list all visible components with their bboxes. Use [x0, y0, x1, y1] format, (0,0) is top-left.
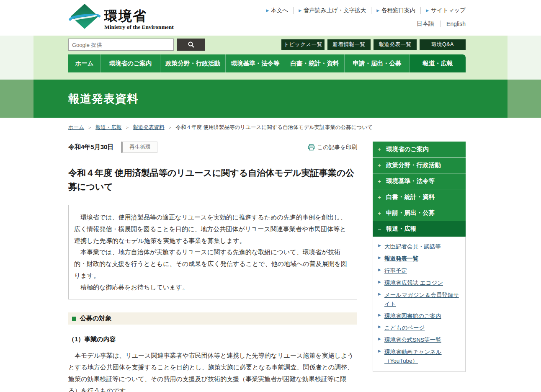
sidebar-item-policy-activities[interactable]: + 政策分野・行政活動 [373, 157, 466, 173]
search-button[interactable] [177, 39, 205, 51]
quick-link-whats-new[interactable]: 新着情報一覧 [327, 39, 371, 50]
intro-paragraph: 積極的な御応募をお待ちしています。 [74, 281, 351, 293]
sidebar: + 環境省のご案内 + 政策分野・行政活動 + 環境基準・法令等 + 白書・統計… [373, 142, 466, 372]
nav-item-about-ministry[interactable]: 環境省のご案内 [100, 54, 160, 72]
lang-en-link[interactable]: English [446, 21, 466, 27]
section-heading-bar: 公募の対象 [68, 312, 357, 325]
search-icon [188, 41, 195, 48]
sidebar-sublink-official-sns[interactable]: ▶環境省公式SNS等一覧 [377, 336, 461, 345]
triangle-icon: ▶ [378, 244, 381, 248]
body-paragraph: 本モデル事業は、リユース関連事業者や市民団体等と連携した先導的なリユース施策を実… [68, 350, 357, 392]
intro-box: 環境省では、使用済製品等の適正なリユースを実効的に推進するための先進的事例を創出… [68, 205, 357, 299]
text-to-speech-link[interactable]: ▶音声読み上げ・文字拡大 [299, 7, 366, 14]
article-date: 令和4年5月30日 [68, 143, 113, 151]
nav-item-press-pr[interactable]: 報道・広報 [410, 54, 466, 72]
triangle-icon: ▶ [378, 349, 381, 353]
page-banner-title: 報道発表資料 [68, 91, 466, 106]
divider [420, 7, 421, 14]
quick-link-press-releases[interactable]: 報道発表一覧 [374, 39, 417, 50]
skip-to-content-link[interactable]: ▶本文へ [266, 7, 288, 14]
quick-link-env-qa[interactable]: 環境Q&A [420, 39, 466, 50]
nav-item-home[interactable]: ホーム [68, 54, 100, 72]
category-tag[interactable]: 再生循環 [121, 142, 157, 153]
utility-links: ▶本文へ ▶音声読み上げ・文字拡大 ▶各種窓口案内 ▶サイトマップ [266, 7, 466, 14]
sidebar-sublink-library[interactable]: ▶環境省図書館のご案内 [377, 312, 461, 321]
triangle-icon: ▶ [378, 256, 381, 260]
triangle-icon: ▶ [378, 268, 381, 272]
contact-guide-link[interactable]: ▶各種窓口案内 [376, 7, 415, 14]
logo-title: 環境省 [104, 9, 174, 23]
logo-subtitle: Ministry of the Environment [104, 24, 174, 31]
breadcrumb-separator: ＞ [168, 124, 173, 131]
top-header: 環境省 Ministry of the Environment ▶本文へ ▶音声… [0, 0, 541, 36]
sidebar-sublink-ecojin[interactable]: ▶環境省広報誌 エコジン [377, 279, 461, 288]
plus-icon: + [377, 194, 382, 201]
lang-ja-link[interactable]: 日本語 [417, 20, 434, 28]
triangle-icon: ▶ [378, 337, 381, 341]
nav-item-policy-activities[interactable]: 政策分野・行政活動 [160, 54, 225, 72]
quick-link-topics[interactable]: トピックス一覧 [281, 39, 325, 50]
language-switch: 日本語 English [266, 20, 466, 28]
divider [293, 7, 294, 14]
sidebar-sublinks: ▶大臣記者会見・談話等 ▶報道発表一覧 ▶行事予定 ▶環境省広報誌 エコジン ▶… [373, 237, 466, 372]
ministry-logo-icon [68, 3, 101, 31]
ministry-logo[interactable]: 環境省 Ministry of the Environment [68, 3, 174, 31]
intro-paragraph: 本事業では、地方自治体が実施するリユースに関する先進的な取組について、環境省が技… [74, 246, 351, 281]
triangle-icon: ▶ [266, 9, 269, 13]
main-nav: ホーム 環境省のご案内 政策分野・行政活動 環境基準・法令等 白書・統計・資料 … [68, 54, 466, 72]
triangle-icon: ▶ [378, 292, 381, 296]
triangle-icon: ▶ [299, 9, 301, 13]
breadcrumb-separator: ＞ [88, 124, 92, 131]
breadcrumb-separator: ＞ [125, 124, 130, 131]
nav-item-standards-laws[interactable]: 環境基準・法令等 [225, 54, 285, 72]
intro-paragraph: 環境省では、使用済製品等の適正なリユースを実効的に推進するための先進的事例を創出… [74, 211, 351, 246]
quick-links: トピックス一覧 新着情報一覧 報道発表一覧 環境Q&A [281, 39, 466, 50]
sidebar-sublink-minister-press-conference[interactable]: ▶大臣記者会見・談話等 [377, 242, 461, 251]
sidebar-sublink-mailmagazine[interactable]: ▶メールマガジン＆会員登録サイト [377, 291, 461, 309]
plus-icon: + [377, 146, 382, 153]
breadcrumb-current: 令和４年度 使用済製品等のリユースに関する自治体モデル実証事業の公募について [176, 124, 373, 131]
triangle-icon: ▶ [378, 313, 381, 317]
sitemap-link[interactable]: ▶サイトマップ [426, 7, 466, 14]
subsection-heading: （1）事業の内容 [68, 335, 357, 343]
article: 令和4年5月30日 再生循環 この記事を印刷 令和４年度 使用済製品等のリユース… [68, 142, 357, 392]
search-input[interactable] [68, 39, 174, 51]
breadcrumb-link-press-releases[interactable]: 報道発表資料 [133, 124, 165, 131]
page-banner-outer: 報道発表資料 [0, 80, 541, 118]
sidebar-sublink-kids-page[interactable]: ▶こどものページ [377, 324, 461, 333]
sidebar-item-about-ministry[interactable]: + 環境省のご案内 [373, 142, 466, 157]
nav-item-whitepaper-statistics[interactable]: 白書・統計・資料 [285, 54, 344, 72]
sidebar-sublink-press-releases[interactable]: ▶報道発表一覧 [377, 255, 461, 263]
sidebar-item-whitepaper-statistics[interactable]: + 白書・統計・資料 [373, 189, 466, 205]
sidebar-item-standards-laws[interactable]: + 環境基準・法令等 [373, 173, 466, 189]
article-title: 令和４年度 使用済製品等のリユースに関する自治体モデル実証事業の公募について [68, 166, 357, 193]
printer-icon [308, 144, 315, 151]
sidebar-sublink-youtube-channel[interactable]: ▶環境省動画チャンネル（YouTube） [377, 348, 461, 366]
triangle-icon: ▶ [426, 9, 429, 13]
triangle-icon: ▶ [378, 280, 381, 284]
breadcrumb-link-press-pr[interactable]: 報道・広報 [95, 124, 122, 131]
plus-icon: + [377, 210, 382, 217]
divider [371, 7, 371, 14]
band-outer: トピックス一覧 新着情報一覧 報道発表一覧 環境Q&A ホーム 環境省のご案内 … [0, 36, 541, 80]
sidebar-item-press-pr[interactable]: − 報道・広報 [373, 221, 466, 237]
sidebar-sublink-events[interactable]: ▶行事予定 [377, 267, 461, 276]
print-link[interactable]: この記事を印刷 [308, 144, 357, 151]
breadcrumb-link-home[interactable]: ホーム [68, 124, 84, 131]
plus-icon: + [377, 178, 382, 185]
breadcrumb: ホーム ＞ 報道・広報 ＞ 報道発表資料 ＞ 令和４年度 使用済製品等のリユース… [68, 124, 466, 131]
minus-icon: − [377, 226, 382, 232]
section-heading: 公募の対象 [80, 315, 111, 322]
sidebar-item-application-koubo[interactable]: + 申請・届出・公募 [373, 205, 466, 221]
divider [440, 21, 441, 27]
nav-item-application-koubo[interactable]: 申請・届出・公募 [344, 54, 410, 72]
square-bullet-icon [72, 317, 76, 321]
triangle-icon: ▶ [378, 325, 381, 329]
triangle-icon: ▶ [376, 9, 379, 13]
plus-icon: + [377, 162, 382, 169]
